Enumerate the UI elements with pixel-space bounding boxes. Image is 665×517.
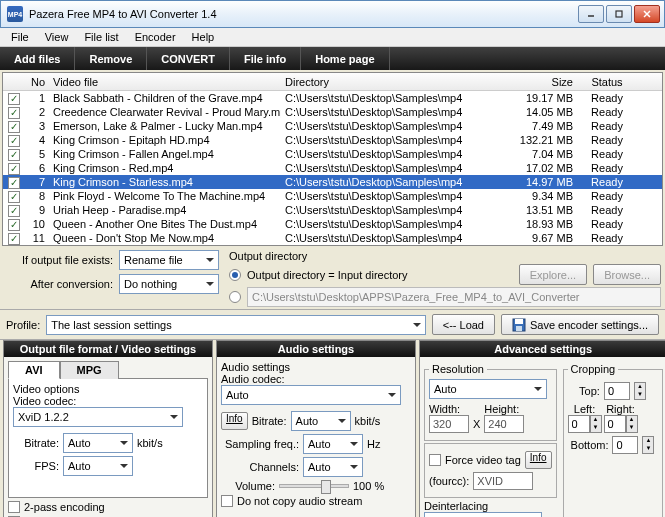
crop-bottom-input[interactable] <box>612 436 638 454</box>
video-bitrate-select[interactable]: Auto <box>63 433 133 453</box>
minimize-button[interactable] <box>578 5 604 23</box>
menu-encoder[interactable]: Encoder <box>128 30 183 44</box>
deinterlace-select[interactable]: Auto <box>424 512 542 517</box>
tab-mpg[interactable]: MPG <box>60 361 119 379</box>
audio-channels-select[interactable]: Auto <box>303 457 363 477</box>
row-no: 6 <box>25 161 49 175</box>
volume-value: 100 % <box>353 480 384 492</box>
if-exists-select[interactable]: Rename file <box>119 250 219 270</box>
fourcc-input[interactable] <box>473 472 533 490</box>
table-row[interactable]: ✓5King Crimson - Fallen Angel.mp4C:\User… <box>3 147 662 161</box>
toolbar-remove[interactable]: Remove <box>75 47 147 70</box>
col-dir[interactable]: Directory <box>281 75 511 89</box>
menubar: FileViewFile listEncoderHelp <box>0 28 665 47</box>
toolbar-home-page[interactable]: Home page <box>301 47 389 70</box>
outdir-path: C:\Users\tstu\Desktop\APPS\Pazera_Free_M… <box>247 287 661 307</box>
menu-file[interactable]: File <box>4 30 36 44</box>
crop-top-input[interactable] <box>604 382 630 400</box>
row-checkbox[interactable]: ✓ <box>8 205 20 217</box>
row-no: 2 <box>25 105 49 119</box>
audio-bitrate-select[interactable]: Auto <box>291 411 351 431</box>
resolution-select[interactable]: Auto <box>429 379 547 399</box>
col-file[interactable]: Video file <box>49 75 281 89</box>
table-row[interactable]: ✓7King Crimson - Starless.mp4C:\Users\ts… <box>3 175 662 189</box>
twopass-label: 2-pass encoding <box>24 501 105 513</box>
toolbar-file-info[interactable]: File info <box>230 47 301 70</box>
col-size[interactable]: Size <box>511 75 577 89</box>
row-checkbox[interactable]: ✓ <box>8 107 20 119</box>
row-file: Queen - Another One Bites The Dust.mp4 <box>49 217 281 231</box>
audio-settings-label: Audio settings <box>221 361 411 373</box>
explore-button[interactable]: Explore... <box>519 264 587 285</box>
row-checkbox[interactable]: ✓ <box>8 163 20 175</box>
browse-button[interactable]: Browse... <box>593 264 661 285</box>
maximize-button[interactable] <box>606 5 632 23</box>
row-file: King Crimson - Epitaph HD.mp4 <box>49 133 281 147</box>
crop-top-spinner[interactable]: ▲▼ <box>634 382 646 400</box>
row-checkbox[interactable]: ✓ <box>8 149 20 161</box>
toolbar-add-files[interactable]: Add files <box>0 47 75 70</box>
height-input[interactable] <box>484 415 524 433</box>
close-button[interactable] <box>634 5 660 23</box>
menu-view[interactable]: View <box>38 30 76 44</box>
crop-right-input[interactable] <box>604 415 626 433</box>
crop-left-spinner[interactable]: ▲▼ <box>590 415 602 433</box>
row-size: 7.04 MB <box>511 147 577 161</box>
toolbar-convert[interactable]: CONVERT <box>147 47 230 70</box>
row-checkbox[interactable]: ✓ <box>8 191 20 203</box>
crop-left-input[interactable] <box>568 415 590 433</box>
table-row[interactable]: ✓8Pink Floyd - Welcome To The Machine.mp… <box>3 189 662 203</box>
row-dir: C:\Users\tstu\Desktop\Samples\mp4 <box>281 133 511 147</box>
row-size: 9.34 MB <box>511 189 577 203</box>
audio-freq-label: Sampling freq.: <box>221 438 299 450</box>
row-size: 18.93 MB <box>511 217 577 231</box>
audio-freq-select[interactable]: Auto <box>303 434 363 454</box>
menu-help[interactable]: Help <box>185 30 222 44</box>
tab-avi[interactable]: AVI <box>8 361 60 379</box>
after-conv-select[interactable]: Do nothing <box>119 274 219 294</box>
width-input[interactable] <box>429 415 469 433</box>
fourcc-info-button[interactable]: Info <box>525 451 552 469</box>
row-no: 4 <box>25 133 49 147</box>
table-row[interactable]: ✓6King Crimson - Red.mp4C:\Users\tstu\De… <box>3 161 662 175</box>
twopass-checkbox[interactable] <box>8 501 20 513</box>
table-row[interactable]: ✓11Queen - Don't Stop Me Now.mp4C:\Users… <box>3 231 662 245</box>
volume-slider[interactable] <box>279 484 349 488</box>
table-row[interactable]: ✓2Creedence Clearwater Revival - Proud M… <box>3 105 662 119</box>
crop-right-spinner[interactable]: ▲▼ <box>626 415 638 433</box>
crop-bottom-spinner[interactable]: ▲▼ <box>642 436 654 454</box>
row-file: Pink Floyd - Welcome To The Machine.mp4 <box>49 189 281 203</box>
save-profile-button[interactable]: Save encoder settings... <box>501 314 659 335</box>
row-size: 7.49 MB <box>511 119 577 133</box>
height-label: Height: <box>484 403 524 415</box>
table-row[interactable]: ✓10Queen - Another One Bites The Dust.mp… <box>3 217 662 231</box>
row-checkbox[interactable]: ✓ <box>8 121 20 133</box>
table-row[interactable]: ✓4King Crimson - Epitaph HD.mp4C:\Users\… <box>3 133 662 147</box>
load-profile-button[interactable]: <-- Load <box>432 314 495 335</box>
row-checkbox[interactable]: ✓ <box>8 93 20 105</box>
outdir-custom-radio[interactable] <box>229 291 241 303</box>
row-checkbox[interactable]: ✓ <box>8 219 20 231</box>
nocopy-audio-checkbox[interactable] <box>221 495 233 507</box>
video-options-label: Video options <box>13 383 203 395</box>
outdir-same-radio[interactable] <box>229 269 241 281</box>
col-status[interactable]: Status <box>577 75 637 89</box>
audio-info-button[interactable]: Info <box>221 412 248 430</box>
table-row[interactable]: ✓3Emerson, Lake & Palmer - Lucky Man.mp4… <box>3 119 662 133</box>
row-checkbox[interactable]: ✓ <box>8 177 20 189</box>
table-row[interactable]: ✓9Uriah Heep - Paradise.mp4C:\Users\tstu… <box>3 203 662 217</box>
row-status: Ready <box>577 133 637 147</box>
row-checkbox[interactable]: ✓ <box>8 233 20 245</box>
video-codec-select[interactable]: XviD 1.2.2 <box>13 407 183 427</box>
profile-select[interactable]: The last session settings <box>46 315 425 335</box>
video-fps-select[interactable]: Auto <box>63 456 133 476</box>
row-no: 11 <box>25 231 49 245</box>
menu-file-list[interactable]: File list <box>77 30 125 44</box>
audio-codec-select[interactable]: Auto <box>221 385 401 405</box>
table-row[interactable]: ✓1Black Sabbath - Children of the Grave.… <box>3 91 662 105</box>
col-no[interactable]: No <box>25 75 49 89</box>
audio-bitrate-unit: kbit/s <box>355 415 381 427</box>
outdir-same-label: Output directory = Input directory <box>247 269 408 281</box>
row-checkbox[interactable]: ✓ <box>8 135 20 147</box>
force-tag-checkbox[interactable] <box>429 454 441 466</box>
